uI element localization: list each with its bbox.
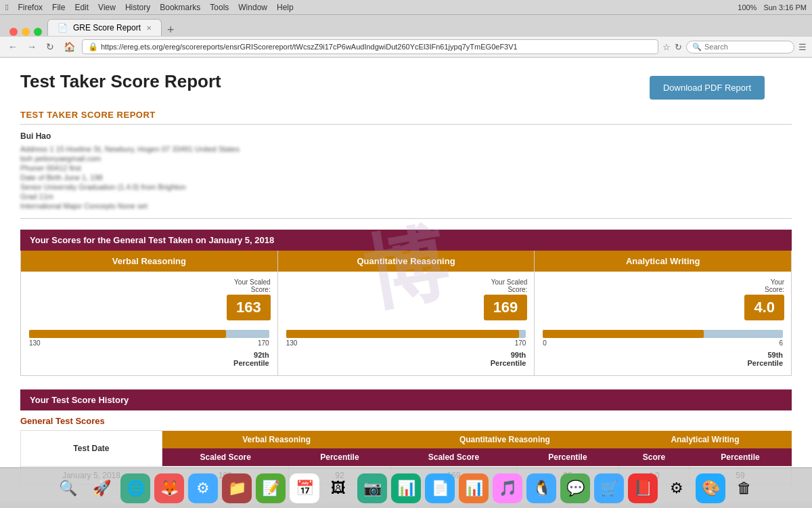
dock-powerpoint[interactable]: 📊 bbox=[459, 473, 489, 503]
dock-settings[interactable]: ⚙ bbox=[662, 473, 692, 503]
dock-music[interactable]: 🎵 bbox=[493, 473, 522, 503]
tab-close-button[interactable]: ✕ bbox=[146, 24, 152, 32]
ssl-lock-icon: 🔒 bbox=[88, 42, 98, 51]
navigation-bar: ← → ↻ 🏠 🔒 https://ereg.ets.org/ereg/scor… bbox=[0, 36, 812, 57]
dock-filezilla[interactable]: 📁 bbox=[222, 473, 252, 503]
writing-progress-bar bbox=[543, 330, 783, 338]
col-writing-percentile: Percentile bbox=[690, 448, 792, 467]
browser-chrome: 📄 GRE Score Report ✕ + ← → ↻ 🏠 🔒 https:/… bbox=[0, 15, 812, 58]
dock-launchpad[interactable]: 🚀 bbox=[87, 473, 116, 503]
gradyear-row: Grad 11m bbox=[20, 192, 399, 200]
close-button[interactable] bbox=[9, 28, 18, 36]
undergrad-row: Senior University Graduation (1.4.0) fro… bbox=[20, 183, 399, 191]
quant-header: Quantitative Reasoning bbox=[278, 251, 535, 272]
col-quant-group: Quantitative Reasoning bbox=[390, 431, 618, 448]
maximize-button[interactable] bbox=[34, 28, 42, 36]
col-writing-group: Analytical Writing bbox=[618, 431, 791, 448]
email-row: boh petionyaegmail.com bbox=[20, 154, 399, 163]
writing-header: Analytical Writing bbox=[535, 251, 791, 272]
dock-finder[interactable]: 🔍 bbox=[53, 473, 83, 503]
quant-progress-bar bbox=[286, 330, 526, 338]
back-button[interactable]: ← bbox=[5, 40, 20, 54]
dock-word[interactable]: 📄 bbox=[425, 473, 455, 503]
col-verbal-group: Verbal Reasoning bbox=[162, 431, 390, 448]
tab-title: GRE Score Report bbox=[73, 23, 141, 33]
dock-trash[interactable]: 🗑 bbox=[729, 473, 759, 503]
phone-row: Phoner 00412 first bbox=[20, 164, 399, 172]
writing-progress-labels: 0 6 bbox=[535, 338, 791, 347]
minimize-button[interactable] bbox=[22, 28, 30, 36]
col-writing-score: Score bbox=[618, 448, 689, 467]
menu-window[interactable]: Window bbox=[238, 3, 267, 12]
url-bar[interactable]: 🔒 https://ereg.ets.org/ereg/scorereports… bbox=[82, 39, 658, 54]
quant-progress-fill bbox=[286, 330, 519, 338]
dock-firefox[interactable]: 🦊 bbox=[154, 473, 184, 503]
col-verbal-scaled: Scaled Score bbox=[162, 448, 288, 467]
dock-appstore[interactable]: 🛒 bbox=[594, 473, 624, 503]
traffic-lights bbox=[5, 28, 46, 36]
search-input[interactable] bbox=[704, 43, 779, 51]
reload-button[interactable]: ↻ bbox=[43, 40, 57, 54]
apple-menu[interactable]:  bbox=[5, 3, 8, 12]
verbal-score-label: Your Scaled Score: bbox=[21, 278, 277, 293]
menu-button[interactable]: ☰ bbox=[798, 42, 807, 52]
bookmark-button[interactable]: ☆ bbox=[662, 42, 671, 52]
dock-photoshop[interactable]: 🎨 bbox=[696, 473, 725, 503]
dock-acrobat[interactable]: 📕 bbox=[628, 473, 658, 503]
col-quant-scaled: Scaled Score bbox=[390, 448, 516, 467]
writing-score-label: Your Score: bbox=[535, 278, 791, 293]
new-tab-button[interactable]: + bbox=[163, 24, 179, 36]
dock-calendar[interactable]: 📅 bbox=[290, 473, 319, 503]
verbal-progress-labels: 130 170 bbox=[21, 338, 277, 347]
programs-row: International Major Concepts None set bbox=[20, 202, 399, 210]
download-pdf-button[interactable]: Download PDF Report bbox=[650, 76, 765, 100]
verbal-header: Verbal Reasoning bbox=[21, 251, 277, 272]
menu-file[interactable]: File bbox=[52, 3, 65, 12]
search-icon: 🔍 bbox=[692, 43, 702, 51]
refresh-button[interactable]: ↻ bbox=[675, 42, 682, 52]
dock-photos[interactable]: 🖼 bbox=[323, 473, 353, 503]
verbal-percentile: 92th Percentile bbox=[21, 351, 277, 367]
address-row: Address 1 15 Hoeline St, Newbury, Hogen … bbox=[20, 145, 399, 153]
quant-percentile: 99th Percentile bbox=[278, 351, 535, 367]
menu-edit[interactable]: Edit bbox=[74, 3, 89, 12]
general-scores-label: General Test Scores bbox=[20, 416, 792, 426]
battery-status: 100% bbox=[738, 3, 757, 12]
clock: Sun 3:16 PM bbox=[763, 3, 807, 12]
dock-chrome[interactable]: ⚙ bbox=[188, 473, 218, 503]
tab-favicon: 📄 bbox=[58, 23, 68, 33]
section-title: TEST TAKER SCORE REPORT bbox=[20, 110, 792, 120]
writing-progress-fill bbox=[543, 330, 704, 338]
url-text: https://ereg.ets.org/ereg/scorereports/e… bbox=[101, 43, 652, 51]
dock-wechat[interactable]: 💬 bbox=[560, 473, 590, 503]
writing-score-card: Analytical Writing Your Score: 4.0 0 6 5… bbox=[535, 251, 791, 375]
home-button[interactable]: 🏠 bbox=[61, 40, 78, 54]
menu-firefox[interactable]: Firefox bbox=[18, 3, 43, 12]
active-tab[interactable]: 📄 GRE Score Report ✕ bbox=[47, 19, 162, 36]
quant-score-card: Quantitative Reasoning Your Scaled Score… bbox=[278, 251, 535, 375]
menu-bookmarks[interactable]: Bookmarks bbox=[160, 3, 200, 12]
dock-facetime[interactable]: 📷 bbox=[357, 473, 387, 503]
col-verbal-percentile: Percentile bbox=[288, 448, 390, 467]
verbal-progress-fill bbox=[29, 330, 226, 338]
dock-safari[interactable]: 🌐 bbox=[120, 473, 150, 503]
search-box[interactable]: 🔍 bbox=[686, 41, 794, 54]
forward-button[interactable]: → bbox=[24, 40, 39, 54]
dock-qq[interactable]: 🐧 bbox=[526, 473, 556, 503]
verbal-progress-bar bbox=[29, 330, 269, 338]
writing-score-value: 4.0 bbox=[744, 295, 784, 320]
dock-excel[interactable]: 📊 bbox=[391, 473, 421, 503]
quant-score-value: 169 bbox=[484, 295, 528, 320]
verbal-score-card: Verbal Reasoning Your Scaled Score: 163 … bbox=[21, 251, 278, 375]
menu-view[interactable]: View bbox=[98, 3, 116, 12]
menu-help[interactable]: Help bbox=[277, 3, 294, 12]
scores-section-header: Your Scores for the General Test Taken o… bbox=[20, 230, 792, 251]
menu-history[interactable]: History bbox=[125, 3, 150, 12]
personal-info-section: Bui Hao Address 1 15 Hoeline St, Newbury… bbox=[20, 124, 792, 219]
dock-evernote[interactable]: 📝 bbox=[256, 473, 286, 503]
verbal-score-value: 163 bbox=[227, 295, 271, 320]
mac-dock: 🔍 🚀 🌐 🦊 ⚙ 📁 📝 📅 🖼 📷 📊 📄 📊 🎵 🐧 💬 🛒 📕 ⚙ 🎨 … bbox=[0, 467, 812, 508]
menu-tools[interactable]: Tools bbox=[210, 3, 229, 12]
col-test-date: Test Date bbox=[21, 431, 162, 467]
score-cards-container: Verbal Reasoning Your Scaled Score: 163 … bbox=[20, 251, 792, 376]
